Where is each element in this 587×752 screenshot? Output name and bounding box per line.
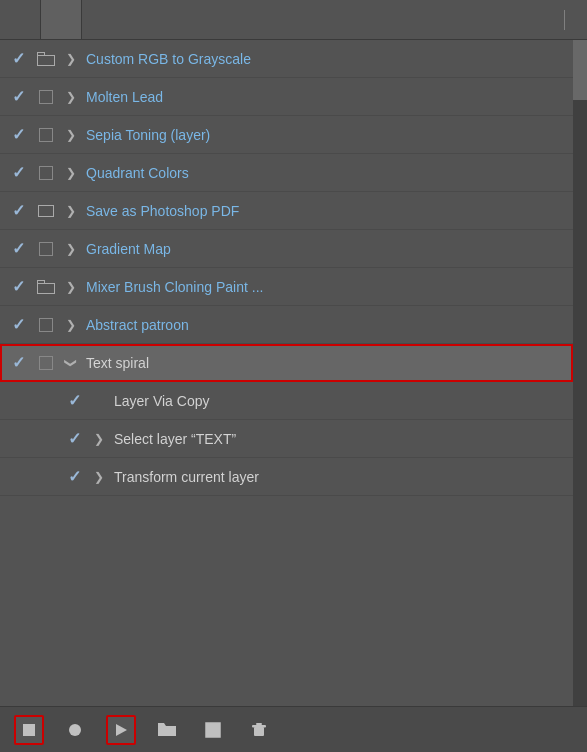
check-mark-icon[interactable]: ✓ (12, 163, 25, 182)
action-row[interactable]: ✓❯Sepia Toning (layer) (0, 116, 573, 154)
action-row[interactable]: ✓❯Custom RGB to Grayscale (0, 40, 573, 78)
folder-icon (38, 205, 54, 217)
check-column: ✓ (4, 49, 32, 68)
expand-column[interactable]: ❯ (88, 432, 110, 446)
expand-column[interactable]: ❯ (60, 166, 82, 180)
check-mark-icon[interactable]: ✓ (12, 353, 25, 372)
check-column: ✓ (4, 315, 32, 334)
expand-panels-button[interactable] (550, 18, 558, 22)
action-row[interactable]: ✓❯Gradient Map (0, 230, 573, 268)
action-row[interactable]: ✓❯Select layer “TEXT” (0, 420, 573, 458)
new-action-button[interactable] (198, 715, 228, 745)
panel-content: ✓❯Custom RGB to Grayscale✓❯Molten Lead✓❯… (0, 40, 587, 706)
action-label: Gradient Map (82, 241, 569, 257)
check-mark-icon[interactable]: ✓ (68, 467, 81, 486)
play-button[interactable] (106, 715, 136, 745)
new-set-button[interactable] (152, 715, 182, 745)
actions-list[interactable]: ✓❯Custom RGB to Grayscale✓❯Molten Lead✓❯… (0, 40, 573, 706)
icon-column (32, 280, 60, 294)
expand-column[interactable]: ❯ (60, 204, 82, 218)
expand-column[interactable]: ❯ (60, 90, 82, 104)
check-column: ✓ (60, 429, 88, 448)
icon-column (32, 356, 60, 370)
icon-column (32, 166, 60, 180)
check-mark-icon[interactable]: ✓ (12, 315, 25, 334)
action-checkbox[interactable] (39, 90, 53, 104)
action-label: Abstract patroon (82, 317, 569, 333)
expand-column[interactable]: ❯ (88, 470, 110, 484)
action-label: Custom RGB to Grayscale (82, 51, 569, 67)
scrollbar-thumb[interactable] (573, 40, 587, 100)
check-mark-icon[interactable]: ✓ (68, 391, 81, 410)
expand-column[interactable]: ❯ (60, 356, 82, 370)
icon-column (32, 52, 60, 66)
folder-lines-icon (37, 280, 55, 294)
action-row[interactable]: ✓❯Abstract patroon (0, 306, 573, 344)
action-row[interactable]: ✓Layer Via Copy (0, 382, 573, 420)
icon-column (32, 242, 60, 256)
record-button[interactable] (60, 715, 90, 745)
tab-history[interactable] (0, 0, 41, 39)
action-checkbox[interactable] (39, 128, 53, 142)
action-checkbox[interactable] (39, 166, 53, 180)
check-mark-icon[interactable]: ✓ (12, 239, 25, 258)
arrow-right-icon: ❯ (66, 318, 76, 332)
check-column: ✓ (4, 201, 32, 220)
arrow-right-icon: ❯ (66, 128, 76, 142)
panel-header (0, 0, 587, 40)
arrow-right-icon: ❯ (94, 432, 104, 446)
stop-button[interactable] (14, 715, 44, 745)
scrollbar-track[interactable] (573, 40, 587, 706)
action-label: Layer Via Copy (110, 393, 569, 409)
action-row[interactable]: ✓❯Text spiral (0, 344, 573, 382)
action-row[interactable]: ✓❯Save as Photoshop PDF (0, 192, 573, 230)
bottom-toolbar (0, 706, 587, 752)
arrow-right-icon: ❯ (66, 204, 76, 218)
arrow-right-icon: ❯ (66, 280, 76, 294)
check-mark-icon[interactable]: ✓ (12, 125, 25, 144)
action-label: Quadrant Colors (82, 165, 569, 181)
action-label: Molten Lead (82, 89, 569, 105)
action-checkbox[interactable] (39, 242, 53, 256)
action-row[interactable]: ✓❯Mixer Brush Cloning Paint ... (0, 268, 573, 306)
action-row[interactable]: ✓❯Quadrant Colors (0, 154, 573, 192)
check-column: ✓ (4, 353, 32, 372)
expand-column[interactable]: ❯ (60, 52, 82, 66)
expand-column[interactable]: ❯ (60, 318, 82, 332)
svg-rect-0 (23, 724, 35, 736)
action-checkbox[interactable] (39, 318, 53, 332)
svg-rect-7 (252, 725, 266, 728)
check-mark-icon[interactable]: ✓ (12, 277, 25, 296)
check-column: ✓ (4, 277, 32, 296)
svg-marker-2 (116, 724, 127, 736)
header-divider (564, 10, 565, 30)
expand-column[interactable]: ❯ (60, 128, 82, 142)
arrow-right-icon: ❯ (66, 52, 76, 66)
svg-rect-8 (256, 723, 262, 725)
svg-point-1 (69, 724, 81, 736)
check-mark-icon[interactable]: ✓ (12, 87, 25, 106)
check-mark-icon[interactable]: ✓ (68, 429, 81, 448)
delete-button[interactable] (244, 715, 274, 745)
panel-menu-button[interactable] (571, 18, 579, 22)
check-column: ✓ (4, 163, 32, 182)
check-column: ✓ (4, 239, 32, 258)
arrow-right-icon: ❯ (66, 90, 76, 104)
arrow-right-icon: ❯ (66, 242, 76, 256)
icon-column (32, 128, 60, 142)
check-mark-icon[interactable]: ✓ (12, 49, 25, 68)
arrow-right-icon: ❯ (94, 470, 104, 484)
action-label: Select layer “TEXT” (110, 431, 569, 447)
action-checkbox[interactable] (39, 356, 53, 370)
svg-rect-6 (254, 727, 264, 736)
tab-actions[interactable] (41, 0, 82, 39)
arrow-right-icon: ❯ (66, 166, 76, 180)
check-mark-icon[interactable]: ✓ (12, 201, 25, 220)
check-column: ✓ (60, 467, 88, 486)
expand-column[interactable]: ❯ (60, 280, 82, 294)
action-label: Save as Photoshop PDF (82, 203, 569, 219)
action-row[interactable]: ✓❯Transform current layer (0, 458, 573, 496)
expand-column[interactable]: ❯ (60, 242, 82, 256)
action-row[interactable]: ✓❯Molten Lead (0, 78, 573, 116)
action-label: Text spiral (82, 355, 569, 371)
